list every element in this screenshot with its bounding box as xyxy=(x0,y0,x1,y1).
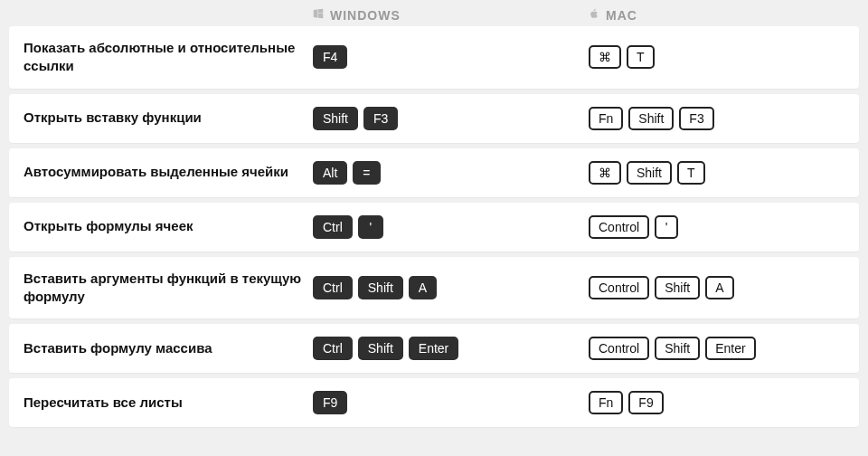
shortcut-row: Пересчитать все листыF9FnF9 xyxy=(9,378,859,427)
shortcut-row: Открыть формулы ячеекCtrl'Control' xyxy=(9,203,859,252)
windows-label: WINDOWS xyxy=(330,8,401,23)
shortcut-row: Показать абсолютные и относительные ссыл… xyxy=(9,26,859,89)
mac-label: MAC xyxy=(606,8,637,23)
shortcut-row: Автосуммировать выделенные ячейкиAlt=⌘Sh… xyxy=(9,148,859,197)
key-light: Control xyxy=(589,337,649,360)
key-dark: Shift xyxy=(358,276,403,299)
key-light: Control xyxy=(589,215,649,239)
mac-keys: FnF9 xyxy=(589,391,664,414)
key-dark: Ctrl xyxy=(313,337,353,360)
key-light: Shift xyxy=(655,337,700,360)
key-dark: Shift xyxy=(313,107,358,130)
key-dark: F9 xyxy=(313,391,347,414)
key-dark: Enter xyxy=(409,337,458,360)
column-header-row: WINDOWS MAC xyxy=(0,0,868,26)
windows-keys: F9 xyxy=(313,391,589,414)
key-light: T xyxy=(677,161,705,185)
mac-keys: FnShiftF3 xyxy=(589,107,714,130)
key-light: Shift xyxy=(655,276,700,299)
windows-keys: CtrlShiftA xyxy=(313,276,589,299)
key-light: F3 xyxy=(679,107,713,130)
key-dark: Alt xyxy=(313,161,347,185)
key-light: Enter xyxy=(705,337,755,360)
key-light: ' xyxy=(655,215,678,239)
windows-icon xyxy=(312,7,325,23)
shortcut-row: Вставить аргументы функций в текущую фор… xyxy=(9,257,859,319)
key-light: Fn xyxy=(589,391,623,414)
key-dark: F3 xyxy=(363,107,398,130)
action-label: Пересчитать все листы xyxy=(24,394,313,412)
mac-keys: ⌘ShiftT xyxy=(589,161,705,185)
key-light: T xyxy=(627,45,655,69)
action-label: Вставить формулу массива xyxy=(24,339,313,357)
action-label: Вставить аргументы функций в текущую фор… xyxy=(24,270,313,307)
key-light: A xyxy=(705,276,733,299)
key-light: ⌘ xyxy=(589,161,621,185)
mac-header: MAC xyxy=(588,7,637,23)
mac-keys: ControlShiftA xyxy=(589,276,734,299)
key-dark: A xyxy=(409,276,437,299)
action-label: Открыть вставку функции xyxy=(24,109,313,127)
action-label: Показать абсолютные и относительные ссыл… xyxy=(24,39,313,76)
windows-keys: Alt= xyxy=(313,161,589,185)
key-dark: Shift xyxy=(358,337,403,360)
key-dark: Ctrl xyxy=(313,276,353,299)
key-dark: F4 xyxy=(313,45,347,69)
mac-keys: ControlShiftEnter xyxy=(589,337,756,360)
action-label: Автосуммировать выделенные ячейки xyxy=(24,163,313,181)
key-light: ⌘ xyxy=(589,45,621,69)
mac-keys: Control' xyxy=(589,215,678,239)
key-light: Fn xyxy=(589,107,623,130)
key-light: Shift xyxy=(628,107,674,130)
windows-keys: CtrlShiftEnter xyxy=(313,337,589,360)
key-dark: ' xyxy=(358,215,383,239)
windows-keys: Ctrl' xyxy=(313,215,589,239)
action-label: Открыть формулы ячеек xyxy=(24,217,313,235)
shortcut-row: Вставить формулу массиваCtrlShiftEnterCo… xyxy=(9,324,859,373)
windows-header: WINDOWS xyxy=(312,7,588,23)
key-dark: Ctrl xyxy=(313,215,353,239)
mac-keys: ⌘T xyxy=(589,45,655,69)
key-light: Shift xyxy=(627,161,672,185)
apple-icon xyxy=(588,7,600,23)
windows-keys: ShiftF3 xyxy=(313,107,589,130)
key-light: F9 xyxy=(628,391,663,414)
key-dark: = xyxy=(353,161,380,185)
key-light: Control xyxy=(589,276,649,299)
shortcut-row: Открыть вставку функцииShiftF3FnShiftF3 xyxy=(9,94,859,143)
shortcut-table: Показать абсолютные и относительные ссыл… xyxy=(0,26,868,427)
windows-keys: F4 xyxy=(313,45,589,69)
